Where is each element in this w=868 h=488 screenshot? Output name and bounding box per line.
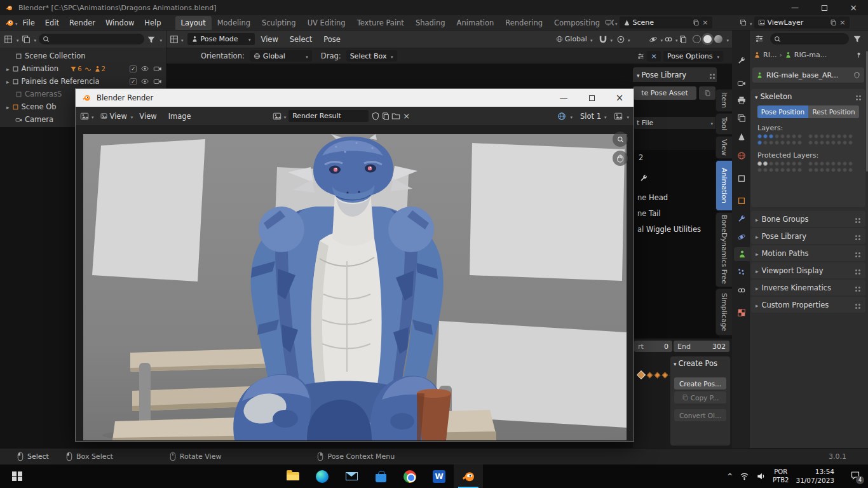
layer-toggle[interactable]: [763, 168, 768, 172]
properties-search-input[interactable]: [770, 33, 849, 44]
layer-toggle[interactable]: [843, 161, 847, 166]
sidebar-tab-item[interactable]: Item: [715, 89, 732, 112]
viewport-menu-view[interactable]: View: [256, 30, 283, 48]
panel-pose-library[interactable]: Pose Library: [751, 228, 865, 244]
layer-toggle[interactable]: [825, 161, 830, 166]
taskbar-word[interactable]: [424, 464, 454, 488]
workspace-tab-texturepaint[interactable]: Texture Paint: [351, 16, 410, 30]
layer-toggle[interactable]: [814, 134, 818, 139]
layer-toggle[interactable]: [757, 140, 762, 145]
layer-toggle[interactable]: [797, 140, 802, 145]
maximize-button[interactable]: [810, 0, 839, 15]
layer-toggle[interactable]: [786, 168, 790, 172]
pose-options-dropdown[interactable]: Pose Options: [663, 51, 723, 62]
layer-toggle[interactable]: [820, 161, 824, 166]
xray-toggle-icon[interactable]: [679, 35, 688, 44]
paste-asset-button[interactable]: [699, 86, 715, 100]
asset-file-dropdown[interactable]: t File: [633, 117, 717, 129]
taskbar-mail[interactable]: [337, 464, 366, 488]
workspace-tab-animation[interactable]: Animation: [451, 16, 500, 30]
tab-physics[interactable]: [734, 230, 749, 244]
layer-toggle[interactable]: [769, 168, 773, 172]
layer-toggle[interactable]: [763, 140, 768, 145]
layer-toggle[interactable]: [843, 134, 847, 139]
snapping-magnet-icon[interactable]: [599, 35, 607, 44]
keyframe[interactable]: [654, 372, 661, 378]
workspace-tab-modeling[interactable]: Modeling: [212, 16, 256, 30]
sidebar-tab-bonedynamics[interactable]: BoneDynamics Free: [715, 212, 732, 287]
workspace-tab-rendering[interactable]: Rendering: [499, 16, 548, 30]
viewport-editor-type-icon[interactable]: [170, 35, 179, 44]
transform-orientation-dropdown[interactable]: Global: [556, 35, 593, 44]
outliner-search-input[interactable]: [39, 34, 144, 44]
exclude-checkbox[interactable]: [130, 78, 137, 85]
outliner-row-paineis[interactable]: Paineis de Referencia: [0, 75, 166, 88]
tab-collection[interactable]: [734, 172, 749, 186]
layer-toggle[interactable]: [775, 134, 779, 139]
outliner-row-scene-collection[interactable]: Scene Collection: [0, 50, 166, 62]
layer-toggle[interactable]: [786, 140, 790, 145]
layer-toggle[interactable]: [780, 140, 785, 145]
panel-bone-groups[interactable]: Bone Groups: [751, 211, 865, 227]
layer-toggle[interactable]: [837, 168, 841, 172]
layer-toggle[interactable]: [757, 168, 762, 172]
workspace-tab-compositing[interactable]: Compositing: [548, 16, 606, 30]
keyframe-selected[interactable]: [637, 370, 646, 379]
layer-toggle[interactable]: [848, 134, 853, 139]
asset-item-bone-head[interactable]: ne Head: [637, 193, 668, 202]
layer-toggle[interactable]: [792, 168, 796, 172]
hide-eye-icon[interactable]: [140, 64, 149, 73]
panel-inverse-kinematics[interactable]: Inverse Kinematics: [751, 280, 865, 295]
blender-menu-icon[interactable]: [5, 18, 14, 27]
layer-toggle[interactable]: [831, 134, 836, 139]
pan-hand-gizmo[interactable]: [613, 151, 628, 166]
pose-position-button[interactable]: Pose Position: [757, 105, 808, 118]
copy-scene-icon[interactable]: [693, 19, 700, 26]
menu-window[interactable]: Window: [100, 15, 139, 30]
panel-viewport-display[interactable]: Viewport Display: [751, 262, 865, 278]
tab-texture[interactable]: [734, 306, 749, 320]
language-indicator[interactable]: POR PTB2: [773, 468, 789, 484]
expand-icon[interactable]: [6, 102, 10, 111]
viewport-menu-select[interactable]: Select: [285, 30, 317, 48]
exclude-checkbox[interactable]: [130, 65, 137, 72]
panel-grip-icon[interactable]: [710, 74, 712, 76]
layer-toggle[interactable]: [843, 140, 847, 145]
frame-start-field[interactable]: rt 0: [634, 341, 672, 352]
layer-toggle[interactable]: [769, 140, 773, 145]
drag-setting-dropdown[interactable]: Select Box: [346, 50, 397, 62]
outliner-display-mode-icon[interactable]: [22, 35, 31, 44]
copy-viewlayer-icon[interactable]: [830, 19, 837, 26]
breadcrumb-data[interactable]: RIG-ma...: [794, 51, 827, 59]
solid-shading-icon[interactable]: [703, 35, 712, 43]
render-close-button[interactable]: ×: [606, 89, 634, 107]
layer-toggle[interactable]: [797, 161, 802, 166]
tab-particles[interactable]: [734, 265, 749, 279]
workspace-tab-sculpting[interactable]: Sculpting: [256, 16, 302, 30]
convert-old-poselib-button[interactable]: Convert Ol...: [674, 409, 726, 421]
tab-view-layer[interactable]: [734, 111, 749, 125]
layer-toggle[interactable]: [763, 161, 768, 166]
minimize-button[interactable]: —: [780, 0, 810, 15]
clock[interactable]: 13:54 31/07/2023: [796, 468, 834, 485]
tab-object[interactable]: [734, 194, 749, 208]
layer-toggle[interactable]: [848, 168, 853, 172]
layer-toggle[interactable]: [775, 140, 779, 145]
breadcrumb-object[interactable]: RI...: [763, 51, 776, 59]
layer-toggle[interactable]: [825, 134, 830, 139]
layer-toggle[interactable]: [831, 140, 836, 145]
layer-toggle[interactable]: [775, 161, 779, 166]
volume-icon[interactable]: [756, 471, 766, 481]
layer-toggle[interactable]: [814, 168, 818, 172]
menu-edit[interactable]: Edit: [40, 15, 64, 30]
material-shading-icon[interactable]: [714, 35, 722, 43]
expand-icon[interactable]: [6, 77, 10, 86]
menu-file[interactable]: File: [18, 15, 40, 30]
workspace-tab-shading[interactable]: Shading: [410, 16, 451, 30]
layer-toggle[interactable]: [763, 134, 768, 139]
taskbar-file-explorer[interactable]: [278, 464, 308, 488]
panel-expand-icon[interactable]: [755, 92, 758, 101]
unlink-scene-icon[interactable]: ×: [702, 18, 708, 27]
layer-toggle[interactable]: [775, 168, 779, 172]
network-icon[interactable]: [740, 471, 749, 481]
